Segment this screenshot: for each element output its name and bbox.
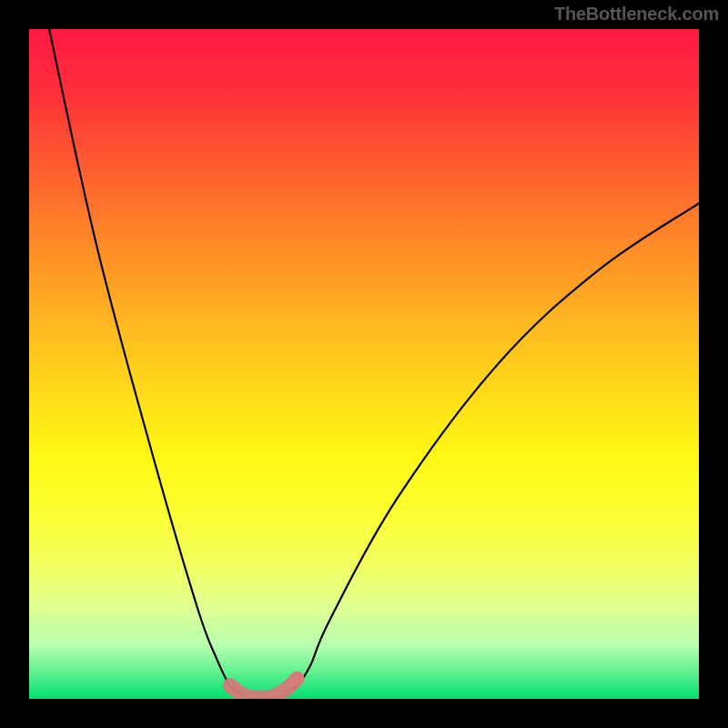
highlight-end-dot xyxy=(289,672,304,686)
curve-layer xyxy=(29,29,699,699)
bottleneck-curve xyxy=(49,29,699,699)
highlight-segment xyxy=(230,679,298,698)
watermark-text: TheBottleneck.com xyxy=(554,4,719,25)
plot-area xyxy=(29,29,699,699)
chart-frame: TheBottleneck.com xyxy=(0,0,728,728)
